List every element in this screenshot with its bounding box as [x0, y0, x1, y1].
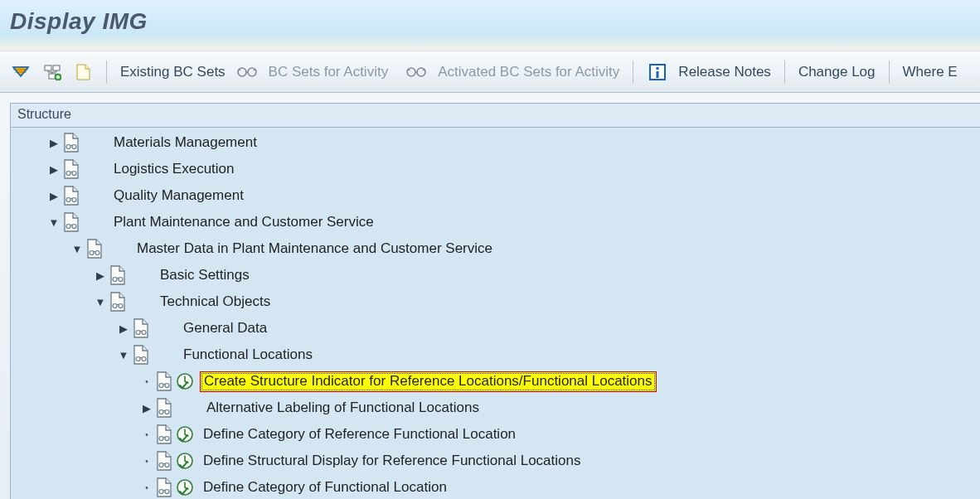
tree-row: •Create Structure Indicator for Referenc…: [11, 368, 980, 395]
activated-bc-sets-icon-button: [401, 60, 431, 85]
tree-node-label[interactable]: Quality Management: [110, 187, 247, 206]
toolbar-separator: [889, 61, 890, 84]
img-activity-doc-icon[interactable]: [153, 477, 173, 497]
expand-toggle[interactable]: ▶: [140, 402, 153, 414]
tree-node-label[interactable]: Define Structural Display for Reference …: [200, 452, 584, 471]
tree-row: ▶Basic Settings: [11, 262, 980, 288]
img-activity-doc-icon[interactable]: [153, 451, 173, 471]
change-log-button[interactable]: Change Log: [795, 64, 879, 80]
expand-toggle[interactable]: ▶: [47, 190, 61, 202]
collapse-toggle[interactable]: ▼: [94, 296, 107, 308]
existing-bc-sets-button[interactable]: Existing BC Sets: [117, 64, 229, 80]
collapse-toggle[interactable]: ▼: [47, 216, 61, 229]
toolbar: Existing BC Sets BC Sets for Activity Ac…: [0, 51, 980, 93]
tree-row: ▼Master Data in Plant Maintenance and Cu…: [11, 235, 980, 262]
toolbar-separator: [106, 61, 107, 84]
tree-node-label[interactable]: Master Data in Plant Maintenance and Cus…: [133, 240, 496, 259]
tree-node-label[interactable]: Technical Objects: [157, 293, 274, 312]
title-bar: Display IMG: [0, 0, 980, 51]
toolbar-separator: [633, 61, 633, 84]
where-used-button[interactable]: Where E: [900, 64, 961, 80]
execute-activity-icon[interactable]: [175, 371, 195, 391]
glasses-icon: [237, 63, 257, 81]
tree-node-label[interactable]: Define Category of Functional Location: [200, 478, 450, 497]
tree-row: ▼Technical Objects: [11, 288, 980, 315]
tree-row: •Define Category of Functional Location: [11, 474, 980, 499]
img-activity-doc-icon[interactable]: [61, 212, 80, 232]
img-activity-doc-icon[interactable]: [107, 292, 127, 312]
tree-row: ▶Alternative Labeling of Functional Loca…: [11, 395, 980, 421]
expand-toggle[interactable]: ▶: [94, 269, 107, 282]
img-activity-doc-icon[interactable]: [153, 371, 173, 391]
bc-sets-activity-icon-button: [232, 60, 262, 85]
tree-row: ▼Functional Locations: [11, 342, 980, 368]
hierarchy-add-icon: [43, 64, 61, 80]
execute-activity-icon[interactable]: [175, 424, 195, 444]
info-icon: [648, 63, 667, 81]
release-notes-button[interactable]: Release Notes: [675, 64, 774, 80]
add-node-button[interactable]: [38, 60, 66, 85]
structure-panel: Structure ▶Materials Management▶Logistic…: [10, 103, 980, 499]
img-activity-doc-icon[interactable]: [130, 345, 150, 365]
expand-toggle[interactable]: ▶: [117, 322, 130, 335]
img-activity-doc-icon[interactable]: [61, 186, 80, 206]
tree-row: ▶Logistics Execution: [11, 156, 980, 182]
collapse-toggle[interactable]: ▼: [117, 349, 130, 361]
tree-node-label[interactable]: Functional Locations: [180, 346, 316, 365]
activated-bc-sets-button: Activated BC Sets for Activity: [434, 64, 623, 80]
toolbar-separator: [784, 61, 785, 84]
tree-node-label[interactable]: Materials Management: [110, 133, 260, 153]
tree-row: •Define Category of Reference Functional…: [11, 421, 980, 448]
tree-node-label[interactable]: Define Category of Reference Functional …: [200, 425, 519, 444]
expand-all-button[interactable]: [7, 60, 35, 85]
expand-toggle[interactable]: ▶: [47, 163, 61, 176]
tree-node-label[interactable]: Logistics Execution: [110, 160, 238, 179]
new-doc-button[interactable]: [70, 60, 96, 85]
leaf-bullet: •: [140, 377, 153, 386]
tree-row: ▶General Data: [11, 315, 980, 342]
bc-sets-activity-button: BC Sets for Activity: [265, 64, 392, 80]
tree-row: ▶Quality Management: [11, 182, 980, 209]
img-activity-doc-icon[interactable]: [153, 398, 173, 418]
img-activity-doc-icon[interactable]: [84, 239, 104, 259]
tree-row: ▼Plant Maintenance and Customer Service: [11, 209, 980, 235]
leaf-bullet: •: [140, 430, 153, 439]
img-activity-doc-icon[interactable]: [107, 265, 127, 285]
tree-node-label[interactable]: Plant Maintenance and Customer Service: [110, 213, 377, 232]
tree-node-label[interactable]: Create Structure Indicator for Reference…: [200, 371, 657, 392]
glasses-icon: [406, 63, 426, 81]
img-activity-doc-icon[interactable]: [130, 318, 150, 338]
expand-all-icon: [12, 64, 30, 80]
img-activity-doc-icon[interactable]: [153, 424, 173, 444]
tree-node-label[interactable]: General Data: [180, 319, 270, 338]
tree-row: ▶Materials Management: [11, 129, 980, 156]
new-doc-icon: [75, 63, 91, 81]
structure-header: Structure: [11, 104, 980, 128]
leaf-bullet: •: [140, 457, 153, 466]
leaf-bullet: •: [140, 483, 153, 492]
collapse-toggle[interactable]: ▼: [70, 243, 84, 255]
img-activity-doc-icon[interactable]: [61, 159, 80, 179]
tree-row: •Define Structural Display for Reference…: [11, 448, 980, 474]
execute-activity-icon[interactable]: [175, 477, 195, 497]
release-notes-icon-button[interactable]: [643, 60, 672, 85]
execute-activity-icon[interactable]: [175, 451, 195, 471]
page-title: Display IMG: [10, 8, 970, 35]
tree-node-label[interactable]: Basic Settings: [157, 266, 253, 285]
img-activity-doc-icon[interactable]: [61, 133, 80, 153]
img-tree: ▶Materials Management▶Logistics Executio…: [11, 128, 980, 499]
tree-node-label[interactable]: Alternative Labeling of Functional Locat…: [203, 399, 483, 418]
expand-toggle[interactable]: ▶: [47, 137, 61, 149]
